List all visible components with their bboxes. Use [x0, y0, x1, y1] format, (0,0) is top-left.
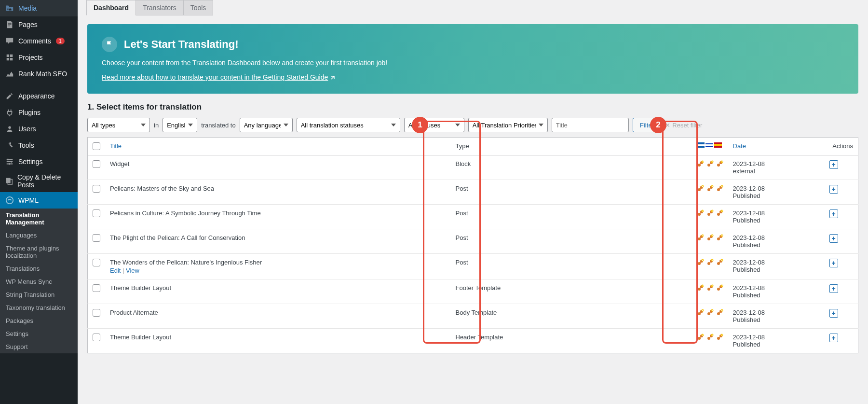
row-checkbox[interactable]: [93, 284, 100, 292]
tab-translators[interactable]: Translators: [136, 0, 184, 15]
rankmath-icon: [5, 69, 14, 79]
add-translation-button[interactable]: +: [829, 209, 838, 218]
col-title[interactable]: Title: [105, 138, 451, 155]
sidebar-item-projects[interactable]: Projects: [0, 49, 78, 66]
translation-status-icon[interactable]: [706, 160, 714, 167]
svg-point-0: [7, 8, 9, 10]
select-all-checkbox[interactable]: [93, 142, 100, 150]
translation-status-icon[interactable]: [716, 334, 723, 341]
translation-status-icon[interactable]: [716, 259, 723, 266]
users-icon: [5, 124, 14, 134]
submenu-item[interactable]: Theme and plugins localization: [0, 242, 78, 262]
sidebar-item-plugins[interactable]: Plugins: [0, 104, 78, 121]
filter-title-input[interactable]: [552, 118, 629, 132]
add-translation-button[interactable]: +: [829, 334, 838, 342]
add-translation-button[interactable]: +: [829, 234, 838, 243]
sidebar-item-users[interactable]: Users: [0, 121, 78, 137]
filter-types[interactable]: All types: [87, 118, 150, 132]
add-translation-button[interactable]: +: [829, 185, 838, 194]
col-date[interactable]: Date: [728, 138, 825, 155]
translation-status-icon[interactable]: [706, 259, 714, 266]
filter-button[interactable]: Filter: [633, 118, 662, 132]
add-translation-button[interactable]: +: [829, 259, 838, 267]
sidebar-item-appearance[interactable]: Appearance: [0, 88, 78, 104]
flag-israel-icon: [705, 143, 713, 147]
sidebar-item-pages[interactable]: Pages: [0, 16, 78, 33]
view-link[interactable]: View: [126, 267, 139, 274]
banner-title: Let's Start Translating!: [124, 38, 239, 51]
translation-status-icon[interactable]: [697, 209, 704, 217]
submenu-item[interactable]: Support: [0, 340, 78, 353]
translation-status-icon[interactable]: [716, 160, 723, 167]
row-status: Published: [733, 292, 820, 299]
translation-status-icon[interactable]: [706, 334, 714, 341]
svg-point-40: [720, 235, 723, 237]
translation-status-icon[interactable]: [706, 209, 714, 217]
row-checkbox[interactable]: [93, 334, 100, 341]
svg-point-58: [720, 285, 723, 287]
translation-status-icon[interactable]: [697, 284, 704, 292]
row-checkbox[interactable]: [93, 234, 100, 242]
add-translation-button[interactable]: +: [829, 309, 838, 318]
tab-dashboard[interactable]: Dashboard: [86, 0, 136, 15]
sidebar-item-tools[interactable]: Tools: [0, 137, 78, 153]
wpml-submenu: Translation ManagementLanguagesTheme and…: [0, 209, 78, 353]
submenu-item[interactable]: Translation Management: [0, 209, 78, 229]
submenu-item[interactable]: Packages: [0, 314, 78, 327]
translation-status-icon[interactable]: [706, 309, 714, 316]
translation-status-icon[interactable]: [697, 334, 704, 341]
label-translated-to: translated to: [201, 122, 236, 129]
row-checkbox[interactable]: [93, 259, 100, 266]
add-translation-button[interactable]: +: [829, 160, 838, 169]
banner-link[interactable]: Read more about how to translate your co…: [102, 73, 336, 81]
filter-target-language[interactable]: Any language: [240, 118, 293, 132]
table-row: Theme Builder LayoutHeader Template2023-…: [88, 329, 858, 353]
row-title: Product Alternate: [110, 309, 446, 316]
translation-status-icon[interactable]: [697, 160, 704, 167]
submenu-item[interactable]: Settings: [0, 327, 78, 340]
translation-status-icon[interactable]: [697, 259, 704, 266]
filter-translation-status[interactable]: All translation statuses: [297, 118, 400, 132]
sidebar-item-settings[interactable]: Settings: [0, 153, 78, 170]
sidebar-item-media[interactable]: Media: [0, 0, 78, 16]
sidebar-item-label: Media: [18, 4, 37, 12]
submenu-item[interactable]: Languages: [0, 229, 78, 242]
row-type: Post: [451, 180, 692, 205]
sidebar-item-copy[interactable]: Copy & Delete Posts: [0, 170, 78, 192]
submenu-item[interactable]: WP Menus Sync: [0, 275, 78, 288]
sidebar-item-label: WPML: [18, 196, 39, 204]
translation-status-icon[interactable]: [716, 209, 723, 217]
submenu-item[interactable]: String Translation: [0, 288, 78, 301]
sidebar-item-comments[interactable]: Comments1: [0, 33, 78, 49]
translation-status-icon[interactable]: [697, 309, 704, 316]
projects-icon: [5, 53, 14, 62]
row-checkbox[interactable]: [93, 160, 100, 168]
filter-language[interactable]: English: [163, 118, 197, 132]
edit-link[interactable]: Edit: [110, 267, 121, 274]
add-translation-button[interactable]: +: [829, 284, 838, 293]
sidebar-item-label: Plugins: [18, 109, 41, 116]
row-checkbox[interactable]: [93, 185, 100, 193]
submenu-item[interactable]: Translations: [0, 262, 78, 275]
translation-status-icon[interactable]: [706, 284, 714, 292]
row-checkbox[interactable]: [93, 309, 100, 317]
tab-tools[interactable]: Tools: [183, 0, 214, 15]
translation-status-icon[interactable]: [697, 185, 704, 192]
filter-status[interactable]: All statuses: [404, 118, 464, 132]
translation-status-icon[interactable]: [716, 309, 723, 316]
translation-status-icon[interactable]: [697, 234, 704, 241]
flag-icon: [102, 37, 117, 52]
translation-status-icon[interactable]: [716, 234, 723, 241]
translation-status-icon[interactable]: [706, 185, 714, 192]
translation-status-icon[interactable]: [716, 284, 723, 292]
translation-status-icon[interactable]: [706, 234, 714, 241]
submenu-item[interactable]: Taxonomy translation: [0, 301, 78, 314]
tabs: Dashboard Translators Tools: [87, 0, 858, 15]
row-checkbox[interactable]: [93, 209, 100, 217]
sidebar-item-wpml[interactable]: WPML: [0, 192, 78, 209]
filter-priority[interactable]: All Translation Priorities: [468, 118, 548, 132]
reset-filter[interactable]: ✕Reset filter: [665, 122, 702, 129]
svg-point-76: [720, 334, 723, 336]
translation-status-icon[interactable]: [716, 185, 723, 192]
sidebar-item-rankmath[interactable]: Rank Math SEO: [0, 66, 78, 82]
